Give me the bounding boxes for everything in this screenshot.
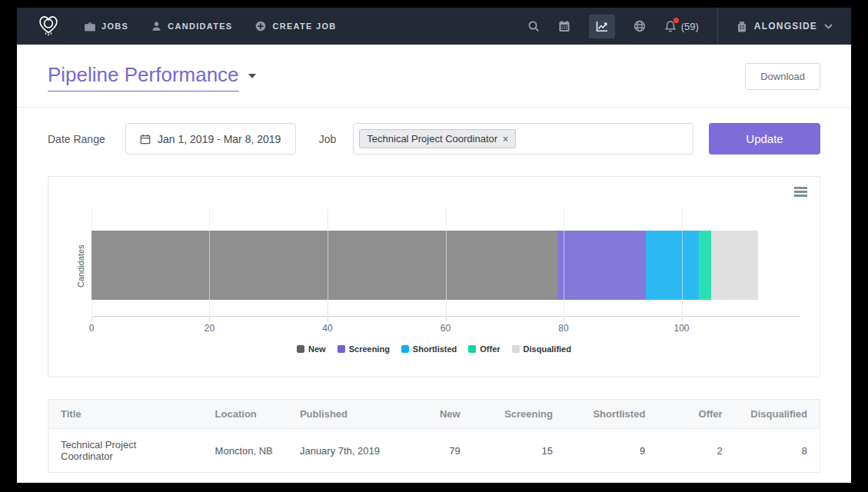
cell-new: 79: [403, 429, 472, 473]
cell-screening: 15: [473, 429, 565, 473]
date-range-label: Date Range: [48, 133, 105, 145]
chart-legend: NewScreeningShortlistedOfferDisqualified: [48, 344, 820, 354]
table-body: Technical Project CoordinatorMoncton, NB…: [48, 429, 820, 473]
stacked-bar: [91, 231, 758, 300]
x-tick-label: 80: [558, 323, 568, 334]
axis-tick-mark: [682, 317, 683, 321]
calendar-icon[interactable]: [558, 20, 570, 32]
legend-swatch-icon: [468, 345, 476, 353]
pipeline-table-card: TitleLocationPublishedNewScreeningShortl…: [48, 399, 820, 473]
person-icon: [151, 21, 161, 32]
legend-item-shortlisted[interactable]: Shortlisted: [401, 344, 457, 354]
gridline-overlay: [564, 231, 564, 300]
filters-bar: Date Range Jan 1, 2019 - Mar 8, 2019 Job…: [17, 108, 851, 170]
notifications[interactable]: (59): [664, 20, 699, 33]
chart-x-ticks: 020406080100: [91, 323, 800, 335]
legend-item-screening[interactable]: Screening: [338, 344, 390, 354]
legend-swatch-icon: [512, 345, 520, 353]
bell-icon: [664, 20, 677, 33]
nav-item-label: JOBS: [101, 22, 128, 31]
account-menu[interactable]: ALONGSIDE: [737, 21, 833, 32]
bar-segment-disqualified[interactable]: [711, 231, 758, 300]
column-header-published: Published: [288, 400, 403, 429]
page-title[interactable]: Pipeline Performance: [48, 63, 239, 91]
chart-plot-area: [91, 209, 800, 317]
legend-label: New: [308, 344, 326, 354]
axis-tick-mark: [209, 317, 210, 321]
job-label: Job: [319, 133, 337, 145]
bar-segment-new[interactable]: [91, 231, 557, 300]
nav-divider: [717, 8, 718, 45]
column-header-offer: Offer: [657, 400, 734, 429]
plus-circle-icon: [255, 21, 266, 32]
job-tag-text: Technical Project Coordinator: [367, 133, 497, 145]
legend-label: Disqualified: [524, 344, 571, 354]
axis-tick-mark: [564, 317, 564, 321]
gridline-overlay: [446, 231, 447, 300]
job-multiselect-input[interactable]: Technical Project Coordinator ×: [353, 123, 693, 155]
heart-logo-icon: [35, 13, 62, 40]
column-header-title: Title: [48, 400, 203, 429]
legend-item-offer[interactable]: Offer: [468, 344, 500, 354]
gridline-overlay: [682, 231, 683, 300]
title-dropdown-caret-icon[interactable]: [248, 74, 256, 78]
chart-y-axis-label: Candidates: [76, 212, 85, 320]
cell-shortlisted: 9: [565, 429, 657, 473]
axis-tick-mark: [446, 317, 447, 321]
legend-swatch-icon: [297, 345, 304, 353]
alongside-logo[interactable]: [35, 13, 62, 40]
table-row: Technical Project CoordinatorMoncton, NB…: [48, 429, 820, 473]
bar-segment-screening[interactable]: [557, 231, 646, 300]
column-header-screening: Screening: [473, 400, 565, 429]
account-label: ALONGSIDE: [754, 21, 817, 32]
x-tick-label: 20: [205, 323, 215, 334]
nav-item-candidates[interactable]: CANDIDATES: [151, 21, 232, 32]
chart-menu-icon[interactable]: [794, 187, 807, 198]
notification-dot: [673, 18, 679, 23]
page-header: Pipeline Performance Download: [17, 45, 851, 108]
cell-disqualified: 8: [735, 429, 820, 473]
legend-item-new[interactable]: New: [297, 344, 326, 354]
remove-tag-icon[interactable]: ×: [503, 135, 508, 144]
column-header-shortlisted: Shortlisted: [565, 400, 657, 429]
x-tick-label: 40: [322, 323, 332, 334]
legend-label: Shortlisted: [413, 344, 457, 354]
legend-swatch-icon: [338, 345, 345, 353]
legend-swatch-icon: [401, 345, 409, 353]
legend-item-disqualified[interactable]: Disqualified: [512, 344, 571, 354]
pipeline-table: TitleLocationPublishedNewScreeningShortl…: [48, 400, 820, 472]
nav-item-jobs[interactable]: JOBS: [85, 22, 128, 32]
calendar-small-icon: [140, 134, 151, 145]
x-tick-label: 0: [89, 323, 95, 334]
job-tag: Technical Project Coordinator ×: [359, 129, 516, 148]
axis-tick-mark: [328, 317, 328, 321]
nav-item-label: CREATE JOB: [272, 22, 336, 31]
app-window: JOBSCANDIDATESCREATE JOB (59): [17, 8, 851, 483]
column-header-new: New: [403, 400, 472, 429]
update-button[interactable]: Update: [709, 123, 820, 155]
pipeline-chart-card: Candidates 020406080100 NewScreeningShor…: [48, 176, 820, 377]
bar-segment-offer[interactable]: [699, 231, 710, 300]
account-icon: [737, 21, 747, 32]
download-button[interactable]: Download: [745, 63, 820, 90]
axis-tick-mark: [91, 317, 92, 321]
gridline-overlay: [328, 231, 328, 300]
column-header-disqualified: Disqualified: [735, 400, 820, 429]
x-tick-label: 60: [441, 323, 451, 334]
cell-published: January 7th, 2019: [288, 429, 403, 473]
cell-title: Technical Project Coordinator: [48, 429, 203, 473]
legend-label: Offer: [480, 344, 500, 354]
bar-segment-shortlisted[interactable]: [646, 231, 699, 300]
chevron-down-icon: [824, 24, 833, 29]
search-icon[interactable]: [527, 20, 540, 32]
globe-icon[interactable]: [634, 20, 646, 32]
briefcase-icon: [85, 22, 95, 32]
top-navbar: JOBSCANDIDATESCREATE JOB (59): [17, 8, 851, 45]
date-range-value: Jan 1, 2019 - Mar 8, 2019: [158, 133, 281, 145]
reports-chart-icon[interactable]: [589, 15, 615, 38]
nav-items: JOBSCANDIDATESCREATE JOB: [85, 21, 337, 32]
table-head: TitleLocationPublishedNewScreeningShortl…: [48, 400, 820, 429]
date-range-input[interactable]: Jan 1, 2019 - Mar 8, 2019: [125, 123, 296, 155]
x-tick-label: 100: [673, 323, 689, 334]
nav-item-create-job[interactable]: CREATE JOB: [255, 21, 336, 32]
